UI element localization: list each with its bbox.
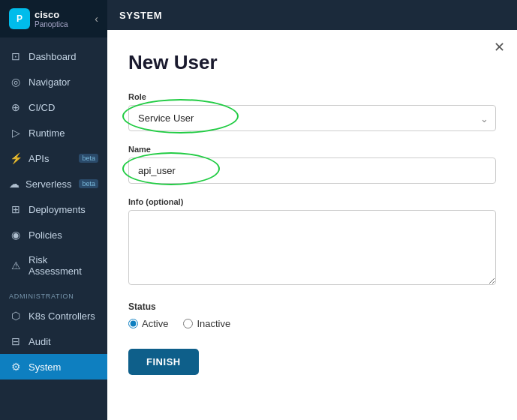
sidebar-nav: ⊡ Dashboard ◎ Navigator ⊕ CI/CD ▷ Runtim… xyxy=(0,38,107,420)
status-label: Status xyxy=(128,302,496,312)
content-area: ✕ New User Role Service User Admin Read … xyxy=(107,30,517,420)
sidebar-item-label: Dashboard xyxy=(29,51,98,62)
sidebar-item-apis[interactable]: ⚡ APIs beta xyxy=(0,146,107,171)
sidebar-item-label: Runtime xyxy=(29,128,98,139)
top-bar: SYSTEM xyxy=(107,0,517,30)
sidebar-item-system[interactable]: ⚙ System xyxy=(0,354,107,380)
sidebar-item-label: Deployments xyxy=(29,204,98,215)
serverless-beta-badge: beta xyxy=(79,179,98,188)
sidebar-item-label: CI/CD xyxy=(29,102,98,113)
name-field-wrapper xyxy=(128,158,496,184)
status-active-label: Active xyxy=(142,318,168,329)
sidebar-logo: P cisco Panoptica xyxy=(9,8,68,29)
info-form-group: Info (optional) xyxy=(128,197,496,288)
sidebar-item-runtime[interactable]: ▷ Runtime xyxy=(0,120,107,146)
name-form-group: Name xyxy=(128,145,496,184)
sidebar-item-label: K8s Controllers xyxy=(29,310,98,322)
navigator-icon: ◎ xyxy=(9,76,23,88)
sidebar-item-k8s-controllers[interactable]: ⬡ K8s Controllers xyxy=(0,303,107,328)
sidebar: P cisco Panoptica ‹ ⊡ Dashboard ◎ Naviga… xyxy=(0,0,107,420)
status-inactive-radio[interactable] xyxy=(183,319,193,328)
role-select-wrapper: Service User Admin Read Only ⌄ xyxy=(128,105,496,131)
info-textarea[interactable] xyxy=(128,210,496,285)
name-input[interactable] xyxy=(128,158,496,184)
page-title: New User xyxy=(128,51,496,74)
sidebar-item-cicd[interactable]: ⊕ CI/CD xyxy=(0,94,107,120)
sidebar-item-navigator[interactable]: ◎ Navigator xyxy=(0,69,107,94)
sidebar-item-label: Policies xyxy=(29,230,98,241)
apis-icon: ⚡ xyxy=(9,152,23,164)
system-icon: ⚙ xyxy=(9,361,23,373)
audit-icon: ⊟ xyxy=(9,335,23,347)
status-radio-group: Active Inactive xyxy=(128,318,496,329)
runtime-icon: ▷ xyxy=(9,127,23,139)
sidebar-header: P cisco Panoptica ‹ xyxy=(0,0,107,38)
sidebar-item-serverless[interactable]: ☁ Serverless beta xyxy=(0,171,107,196)
k8s-icon: ⬡ xyxy=(9,310,23,322)
sidebar-item-label: System xyxy=(29,362,98,373)
status-group: Status Active Inactive xyxy=(128,302,496,329)
risk-icon: ⚠ xyxy=(9,260,23,272)
apis-beta-badge: beta xyxy=(79,154,98,163)
dashboard-icon: ⊡ xyxy=(9,50,23,62)
status-active-option[interactable]: Active xyxy=(128,318,168,329)
sidebar-item-label: Serverless xyxy=(26,178,71,190)
serverless-icon: ☁ xyxy=(9,178,20,190)
top-bar-title: SYSTEM xyxy=(119,10,162,21)
sidebar-item-audit[interactable]: ⊟ Audit xyxy=(0,328,107,354)
main-content: SYSTEM ✕ New User Role Service User Admi… xyxy=(107,0,517,420)
policies-icon: ◉ xyxy=(9,229,23,241)
finish-button[interactable]: FINISH xyxy=(128,349,199,375)
role-form-group: Role Service User Admin Read Only ⌄ xyxy=(128,92,496,131)
cicd-icon: ⊕ xyxy=(9,101,23,113)
sidebar-item-label: Navigator xyxy=(29,76,98,88)
sidebar-item-risk-assessment[interactable]: ⚠ Risk Assessment xyxy=(0,248,107,284)
role-field-wrapper: Service User Admin Read Only ⌄ xyxy=(128,105,496,131)
sidebar-collapse-button[interactable]: ‹ xyxy=(95,13,98,25)
sidebar-item-deployments[interactable]: ⊞ Deployments xyxy=(0,196,107,222)
info-label: Info (optional) xyxy=(128,197,496,206)
sidebar-item-dashboard[interactable]: ⊡ Dashboard xyxy=(0,44,107,69)
admin-section-label: ADMINISTRATION xyxy=(0,284,107,303)
sidebar-item-label: Risk Assessment xyxy=(29,254,98,277)
sidebar-item-policies[interactable]: ◉ Policies xyxy=(0,222,107,248)
close-button[interactable]: ✕ xyxy=(494,40,505,54)
deployments-icon: ⊞ xyxy=(9,203,23,215)
status-inactive-label: Inactive xyxy=(197,318,230,329)
logo-icon: P xyxy=(9,8,30,29)
role-label: Role xyxy=(128,92,496,101)
brand-text: cisco xyxy=(35,9,68,21)
status-inactive-option[interactable]: Inactive xyxy=(183,318,230,329)
status-active-radio[interactable] xyxy=(128,319,138,328)
app-name: Panoptica xyxy=(35,20,68,28)
role-select[interactable]: Service User Admin Read Only xyxy=(128,105,496,131)
name-label: Name xyxy=(128,145,496,154)
sidebar-item-label: Audit xyxy=(29,336,98,347)
sidebar-item-label: APIs xyxy=(29,153,71,164)
